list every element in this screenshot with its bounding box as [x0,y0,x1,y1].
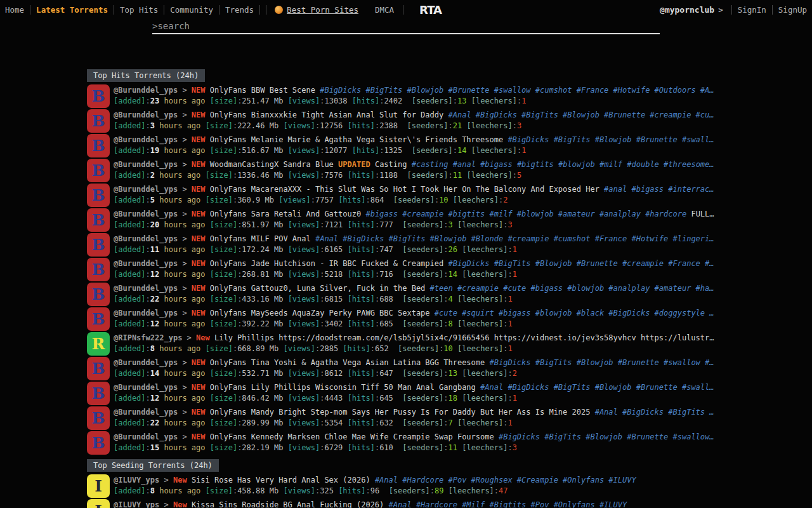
torrent-row[interactable]: B@Burunddel_yps > NEW OnlyFans Mandy Bri… [87,406,723,431]
username-link[interactable]: @Burunddel_yps [114,432,178,441]
username-link[interactable]: @Burunddel_yps [114,408,178,417]
username-link[interactable]: @ILUVY_yps [114,500,159,508]
user-avatar[interactable]: R [87,332,110,356]
user-avatar[interactable]: B [87,184,110,207]
username-link[interactable]: @Burunddel_yps [114,210,178,218]
torrent-title[interactable]: OnlyFans Jade Hutchison - IR BBC Fucked … [210,259,443,268]
account-link[interactable]: @mypornclub [660,5,714,15]
torrent-title[interactable]: Lily Phillips https://doodstream.com/e/l… [214,333,714,342]
torrent-row[interactable]: B@Burunddel_yps > NEW OnlyFans Tina Yosh… [87,356,723,381]
torrent-row[interactable]: B@Burunddel_yps > NEW OnlyFans Jade Hutc… [87,257,723,282]
username-link[interactable]: @ILUVY_yps [114,476,159,485]
nav-item-home[interactable]: Home [5,5,24,15]
user-avatar[interactable]: B [87,382,110,405]
tag-list[interactable]: #BigDicks #BigTits #Blowjob #Brunette #s… [320,86,714,95]
torrent-title[interactable]: OnlyFans Gattouz0, Luna Silver, Fuck in … [210,284,426,293]
torrent-title[interactable]: WoodmanCastingX Sandra Blue [210,160,334,169]
torrent-title[interactable]: Onlyfans MILF POV Anal [210,234,311,243]
torrent-title[interactable]: Casting [375,160,407,169]
username-link[interactable]: @Burunddel_yps [114,358,178,367]
stat-added-value: 2 [150,171,155,180]
torrent-title[interactable]: OnlyFans Tina Yoshi & Agatha Vega Asian … [210,358,485,367]
username-link[interactable]: @RIPNsfw222_yps [114,333,182,342]
nav-item-trends[interactable]: Trends [225,5,254,15]
torrent-row[interactable]: B@Burunddel_yps > NEW OnlyFans Bianxxxki… [87,109,723,133]
torrent-title[interactable]: OnlyFans Melanie Marie & Agatha Vega Sis… [210,135,503,144]
tag-list[interactable]: #teen #creampie #cute #bigass #blowjob #… [430,284,714,293]
torrent-row[interactable]: R@RIPNsfw222_yps > New Lily Phillips htt… [87,331,723,356]
torrent-info: @Burunddel_yps > NEW OnlyFans BBW Best S… [114,84,723,109]
tag-list[interactable]: #Anal #BigDicks #BigTits #Blowjob #Blond… [315,234,714,243]
user-avatar[interactable]: B [87,233,110,257]
tag-list[interactable]: #Anal #Hardcore #Milf #Bigtits #Pov #Onl… [389,500,627,508]
username-link[interactable]: @Burunddel_yps [114,110,178,119]
torrent-row[interactable]: B@Burunddel_yps > NEW Onlyfans MaySeeds … [87,307,723,331]
torrent-row[interactable]: B@Burunddel_yps > NEW OnlyFans BBW Best … [87,84,723,109]
user-avatar[interactable]: B [87,357,110,380]
tag-list[interactable]: #BigDicks #BigTits #Blowjob #Brunette #s… [508,135,714,144]
user-avatar[interactable]: B [87,109,110,133]
user-avatar[interactable]: B [87,431,110,455]
torrent-title[interactable]: OnlyFans BBW Best Scene [210,86,315,95]
torrent-row[interactable]: I@ILUVY_yps > New Kissa Sins Roadside BG… [87,498,723,508]
username-link[interactable]: @Burunddel_yps [114,160,178,169]
torrent-row[interactable]: I@ILUVY_yps > New Sisi Rose Has Very Har… [87,474,723,498]
tag-list[interactable]: #bigass #creampie #bigtits #milf #blowjo… [365,210,686,218]
user-avatar[interactable]: B [87,283,110,306]
user-avatar[interactable]: B [87,406,110,430]
username-link[interactable]: @Burunddel_yps [114,135,178,144]
torrent-row[interactable]: B@Burunddel_yps > NEW OnlyFans Kennedy M… [87,431,723,455]
tag-list[interactable]: #BigDicks #BigTits #Blowjob #Brunette #s… [490,358,714,367]
username-link[interactable]: @Burunddel_yps [114,234,178,243]
tag-list[interactable]: #BigDicks #BigTits #Blowjob #Brunette #s… [499,432,714,441]
tag-list[interactable]: #Anal #BigDicks #BigTits #Blowjob #Brune… [480,383,714,392]
signup-link[interactable]: SignUp [778,5,807,15]
user-avatar[interactable]: B [87,159,110,182]
user-avatar[interactable]: I [87,474,110,498]
torrent-row[interactable]: B@Burunddel_yps > NEW OnlyFans Melanie M… [87,133,723,158]
user-avatar[interactable]: B [87,208,110,232]
torrent-title[interactable]: Kissa Sins Roadside BG Anal Fucking (202… [192,500,384,508]
tag-list[interactable]: #casting #anal #bigass #bigtits #blowjob… [412,160,714,169]
torrent-row[interactable]: B@Burunddel_yps > NEW OnlyFans Lily Phil… [87,381,723,406]
username-link[interactable]: @Burunddel_yps [114,86,178,95]
torrent-row[interactable]: B@Burunddel_yps > NEW Onlyfans MILF POV … [87,232,723,257]
torrent-row[interactable]: B@Burunddel_yps > NEW OnlyFans Gattouz0,… [87,282,723,307]
user-avatar[interactable]: B [87,84,110,108]
torrent-row[interactable]: B@Burunddel_yps > NEW WoodmanCastingX Sa… [87,158,723,183]
torrent-title[interactable]: OnlyFans Lily Phillips Wisconsin Tiff 50… [210,383,476,392]
torrent-title[interactable]: Sisi Rose Has Very Hard Anal Sex (2026) [192,476,370,485]
tag-list[interactable]: #anal #bigass #interrac… [604,185,714,194]
nav-item-community[interactable]: Community [170,5,213,15]
nav-item-top-hits[interactable]: Top Hits [120,5,158,15]
stat-size-value: 172.24 Mb [242,245,283,254]
user-avatar[interactable]: I [87,499,110,508]
search-input[interactable] [157,21,627,31]
user-avatar[interactable]: B [87,307,110,331]
signin-link[interactable]: SignIn [738,5,766,15]
torrent-title[interactable]: OnlyFans Mandy Bright Step-mom Says Her … [210,408,591,417]
user-avatar[interactable]: B [87,258,110,281]
best-porn-sites-link[interactable]: Best Porn Sites [287,5,358,15]
username-link[interactable]: @Burunddel_yps [114,309,178,318]
username-link[interactable]: @Burunddel_yps [114,383,178,392]
torrent-title[interactable]: OnlyFans Bianxxxkie Tight Asian Anal Slu… [210,110,443,119]
tag-list[interactable]: #Anal #BigDicks #BigTits … [595,408,714,417]
torrent-row[interactable]: B@Burunddel_yps > NEW Onlyfans Sara Reta… [87,208,723,232]
user-avatar[interactable]: B [87,134,110,157]
torrent-title[interactable]: OnlyFans Kennedy Marksen Chloe Mae Wife … [210,432,494,441]
stat-size-label: [size] [206,121,233,130]
username-link[interactable]: @Burunddel_yps [114,259,178,268]
torrent-title[interactable]: Onlyfans Sara Retali And Gattouz0 [210,210,361,218]
tag-list[interactable]: #Anal #Hardcore #Pov #Roughsex #Creampie… [375,476,636,485]
tag-list[interactable]: #cute #squirt #bigass #blowjob #black #B… [435,309,714,318]
tag-list[interactable]: #BigDicks #BigTits #Blowjob #Brunette #c… [448,259,714,268]
torrent-title[interactable]: Onlyfans MaySeeds AquaZay Perky PAWG BBC… [210,309,430,318]
torrent-row[interactable]: B@Burunddel_yps > NEW OnlyFans MacarenaX… [87,183,723,208]
torrent-title[interactable]: OnlyFans MacarenaXXX - This Slut Was So … [210,185,599,194]
username-link[interactable]: @Burunddel_yps [114,185,178,194]
tag-list[interactable]: #Anal #BigDicks #BigTits #Blowjob #Brune… [448,110,714,119]
username-link[interactable]: @Burunddel_yps [114,284,178,293]
nav-item-latest-torrents[interactable]: Latest Torrents [36,5,108,15]
dmca-link[interactable]: DMCA [375,5,394,15]
